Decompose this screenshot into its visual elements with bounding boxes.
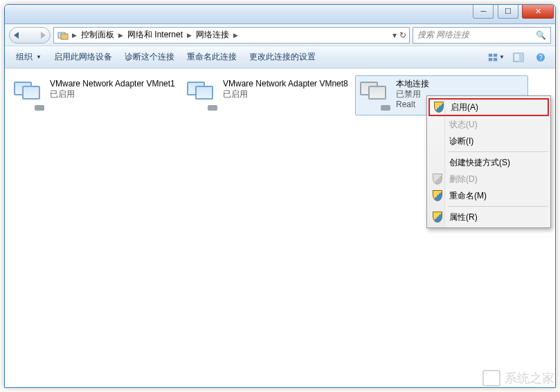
shield-icon (433, 174, 444, 185)
svg-rect-2 (489, 53, 492, 56)
back-button[interactable] (14, 32, 19, 39)
network-folder-icon (57, 30, 69, 41)
connection-item[interactable]: VMware Network Adapter VMnet8 已启用 (182, 75, 355, 115)
titlebar: ─ ☐ ✕ (5, 5, 555, 24)
watermark-logo-icon (482, 370, 500, 386)
svg-rect-4 (489, 57, 492, 60)
address-row: ▶ 控制面板 ▶ 网络和 Internet ▶ 网络连接 ▶ ▾ ↻ 搜索 网络… (5, 24, 555, 46)
close-button[interactable]: ✕ (522, 5, 554, 19)
maximize-button[interactable]: ☐ (498, 5, 518, 19)
organize-menu[interactable]: 组织 ▼ (10, 48, 47, 66)
network-adapter-icon (359, 79, 392, 112)
svg-rect-5 (494, 57, 497, 60)
enable-device-button[interactable]: 启用此网络设备 (48, 48, 118, 66)
search-placeholder: 搜索 网络连接 (417, 29, 469, 41)
view-options-button[interactable]: ▼ (487, 50, 505, 65)
shield-icon (434, 102, 445, 113)
context-label: 诊断(I) (449, 136, 473, 147)
address-dropdown-button[interactable]: ▾ (392, 30, 397, 40)
context-label: 状态(U) (449, 119, 478, 131)
context-label: 启用(A) (451, 102, 478, 113)
svg-rect-7 (519, 53, 523, 62)
breadcrumb-item[interactable]: 控制面板 (80, 29, 116, 41)
svg-rect-1 (61, 34, 68, 39)
refresh-button[interactable]: ↻ (399, 30, 406, 40)
connection-name: VMware Network Adapter VMnet1 (50, 79, 175, 89)
chevron-right-icon: ▶ (72, 32, 77, 39)
context-menu: 启用(A) 状态(U) 诊断(I) 创建快捷方式(S) 删除(D) 重命名(M) (426, 95, 551, 228)
chevron-right-icon: ▶ (187, 32, 192, 39)
diagnose-button[interactable]: 诊断这个连接 (119, 48, 180, 66)
context-enable[interactable]: 启用(A) (428, 98, 549, 116)
chevron-down-icon: ▼ (499, 54, 505, 60)
chevron-down-icon: ▼ (36, 54, 42, 60)
svg-text:?: ? (539, 54, 543, 62)
minimize-button[interactable]: ─ (473, 5, 494, 19)
chevron-right-icon: ▶ (118, 32, 123, 39)
toolbar: 组织 ▼ 启用此网络设备 诊断这个连接 重命名此连接 更改此连接的设置 ▼ ? (5, 46, 555, 68)
breadcrumb-item[interactable]: 网络连接 (195, 29, 231, 41)
help-button[interactable]: ? (532, 50, 550, 65)
context-rename[interactable]: 重命名(M) (428, 187, 549, 204)
menu-separator (448, 206, 548, 207)
shield-icon (433, 190, 444, 201)
window-frame: ─ ☐ ✕ ▶ 控制面板 ▶ 网络和 Internet ▶ 网络连接 ▶ ▾ ↻… (4, 4, 556, 388)
connection-status: 已启用 (50, 89, 175, 100)
context-label: 删除(D) (449, 174, 478, 185)
toolbar-label: 组织 (16, 51, 33, 63)
connection-name: 本地连接 (396, 79, 429, 89)
change-settings-button[interactable]: 更改此连接的设置 (244, 48, 321, 66)
network-adapter-icon (186, 79, 219, 112)
context-label: 属性(R) (449, 212, 478, 223)
context-properties[interactable]: 属性(R) (428, 209, 549, 225)
search-input[interactable]: 搜索 网络连接 🔍 (413, 27, 551, 44)
network-adapter-icon (12, 79, 46, 112)
connection-status: 已启用 (223, 89, 348, 100)
connection-name: VMware Network Adapter VMnet8 (223, 79, 348, 89)
context-diagnose[interactable]: 诊断(I) (428, 133, 549, 149)
context-delete: 删除(D) (428, 171, 549, 187)
watermark-text: 系统之家 (505, 370, 554, 386)
svg-rect-3 (494, 53, 497, 56)
search-icon: 🔍 (536, 30, 546, 40)
connection-device: Realt (396, 100, 429, 110)
rename-button[interactable]: 重命名此连接 (181, 48, 242, 66)
menu-separator (448, 151, 548, 152)
breadcrumb-item[interactable]: 网络和 Internet (126, 29, 184, 41)
watermark: 系统之家 (482, 370, 554, 386)
connection-status: 已禁用 (396, 89, 429, 100)
context-shortcut[interactable]: 创建快捷方式(S) (428, 154, 549, 171)
address-bar[interactable]: ▶ 控制面板 ▶ 网络和 Internet ▶ 网络连接 ▶ ▾ ↻ (53, 27, 410, 44)
preview-pane-button[interactable] (509, 50, 527, 65)
context-label: 重命名(M) (449, 190, 487, 202)
nav-buttons (9, 27, 51, 44)
context-status: 状态(U) (428, 116, 549, 133)
chevron-right-icon: ▶ (233, 32, 238, 39)
context-label: 创建快捷方式(S) (449, 157, 510, 169)
shield-icon (433, 212, 444, 223)
forward-button[interactable] (41, 32, 46, 39)
connection-item[interactable]: VMware Network Adapter VMnet1 已启用 (9, 75, 182, 115)
